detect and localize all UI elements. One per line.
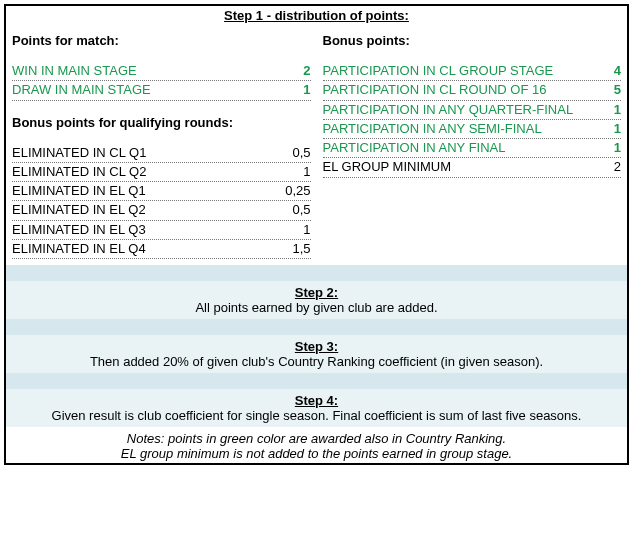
table-row: ELIMINATED IN CL Q2 1 bbox=[12, 163, 311, 182]
divider-stripe bbox=[6, 265, 627, 281]
step2-section: Step 2: All points earned by given club … bbox=[6, 281, 627, 319]
table-row: PARTICIPATION IN ANY SEMI-FINAL 1 bbox=[323, 120, 622, 139]
row-label: ELIMINATED IN CL Q2 bbox=[12, 164, 281, 180]
divider-stripe bbox=[6, 319, 627, 335]
step1-right-col: Bonus points: PARTICIPATION IN CL GROUP … bbox=[317, 33, 622, 259]
table-row: ELIMINATED IN CL Q1 0,5 bbox=[12, 144, 311, 163]
row-value: 1 bbox=[591, 121, 621, 137]
step3-head: Step 3: bbox=[12, 339, 621, 354]
row-value: 0,25 bbox=[281, 183, 311, 199]
table-row: ELIMINATED IN EL Q2 0,5 bbox=[12, 201, 311, 220]
table-row: ELIMINATED IN EL Q4 1,5 bbox=[12, 240, 311, 259]
row-label: ELIMINATED IN EL Q2 bbox=[12, 202, 281, 218]
notes-line2: EL group minimum is not added to the poi… bbox=[12, 446, 621, 461]
table-row: ELIMINATED IN EL Q3 1 bbox=[12, 221, 311, 240]
table-row: PARTICIPATION IN CL GROUP STAGE 4 bbox=[323, 62, 622, 81]
bonus-qualifying-header: Bonus points for qualifying rounds: bbox=[12, 115, 311, 130]
row-value: 4 bbox=[591, 63, 621, 79]
row-value: 1,5 bbox=[281, 241, 311, 257]
table-row: PARTICIPATION IN CL ROUND OF 16 5 bbox=[323, 81, 622, 100]
row-value: 2 bbox=[281, 63, 311, 79]
step3-body: Then added 20% of given club's Country R… bbox=[12, 354, 621, 369]
row-label: PARTICIPATION IN ANY SEMI-FINAL bbox=[323, 121, 592, 137]
divider-stripe bbox=[6, 373, 627, 389]
step4-section: Step 4: Given result is club coefficient… bbox=[6, 389, 627, 427]
row-label: PARTICIPATION IN ANY QUARTER-FINAL bbox=[323, 102, 592, 118]
row-value: 0,5 bbox=[281, 145, 311, 161]
step2-body: All points earned by given club are adde… bbox=[12, 300, 621, 315]
table-row: ELIMINATED IN EL Q1 0,25 bbox=[12, 182, 311, 201]
step2-head: Step 2: bbox=[12, 285, 621, 300]
table-row: WIN IN MAIN STAGE 2 bbox=[12, 62, 311, 81]
rules-panel: Step 1 - distribution of points: Points … bbox=[4, 4, 629, 465]
step1-title: Step 1 - distribution of points: bbox=[12, 8, 621, 23]
step1-left-col: Points for match: WIN IN MAIN STAGE 2 DR… bbox=[12, 33, 317, 259]
row-value: 2 bbox=[591, 159, 621, 175]
bonus-points-header: Bonus points: bbox=[323, 33, 622, 48]
points-for-match-header: Points for match: bbox=[12, 33, 311, 48]
notes-section: Notes: points in green color are awarded… bbox=[6, 427, 627, 463]
row-label: ELIMINATED IN EL Q4 bbox=[12, 241, 281, 257]
step4-head: Step 4: bbox=[12, 393, 621, 408]
step1-columns: Points for match: WIN IN MAIN STAGE 2 DR… bbox=[12, 33, 621, 259]
row-label: EL GROUP MINIMUM bbox=[323, 159, 592, 175]
row-value: 0,5 bbox=[281, 202, 311, 218]
row-label: ELIMINATED IN EL Q3 bbox=[12, 222, 281, 238]
row-label: PARTICIPATION IN CL GROUP STAGE bbox=[323, 63, 592, 79]
step3-section: Step 3: Then added 20% of given club's C… bbox=[6, 335, 627, 373]
row-value: 1 bbox=[591, 140, 621, 156]
table-row: PARTICIPATION IN ANY FINAL 1 bbox=[323, 139, 622, 158]
row-label: ELIMINATED IN CL Q1 bbox=[12, 145, 281, 161]
row-value: 5 bbox=[591, 82, 621, 98]
table-row: PARTICIPATION IN ANY QUARTER-FINAL 1 bbox=[323, 101, 622, 120]
row-value: 1 bbox=[281, 164, 311, 180]
row-label: DRAW IN MAIN STAGE bbox=[12, 82, 281, 98]
row-label: ELIMINATED IN EL Q1 bbox=[12, 183, 281, 199]
step1-section: Step 1 - distribution of points: Points … bbox=[6, 6, 627, 265]
table-row: DRAW IN MAIN STAGE 1 bbox=[12, 81, 311, 100]
row-value: 1 bbox=[281, 222, 311, 238]
row-label: WIN IN MAIN STAGE bbox=[12, 63, 281, 79]
row-label: PARTICIPATION IN CL ROUND OF 16 bbox=[323, 82, 592, 98]
row-value: 1 bbox=[591, 102, 621, 118]
notes-line1: Notes: points in green color are awarded… bbox=[12, 431, 621, 446]
row-label: PARTICIPATION IN ANY FINAL bbox=[323, 140, 592, 156]
row-value: 1 bbox=[281, 82, 311, 98]
step4-body: Given result is club coefficient for sin… bbox=[12, 408, 621, 423]
table-row: EL GROUP MINIMUM 2 bbox=[323, 158, 622, 177]
